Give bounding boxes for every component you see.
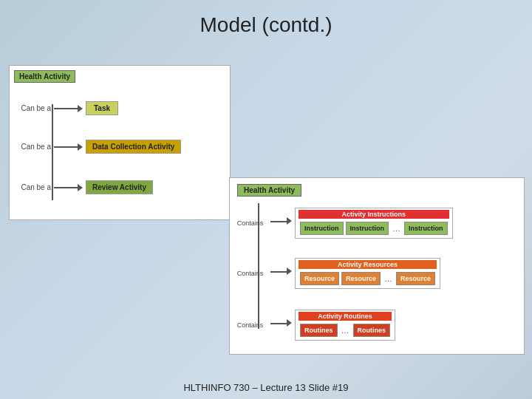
review-activity-box: Review Activity [86,180,153,194]
right-diagram: Health Activity Contains Activity Instru… [229,177,525,355]
arrow-resources [287,267,292,275]
slide-container: Model (contd.) Health Activity Can be a … [0,0,532,399]
ellipsis-1: … [391,224,402,233]
routines-items: Routines … Routines [299,322,392,338]
instruction-btn-2: Instruction [346,222,389,235]
row-instructions: Contains Activity Instructions Instructi… [230,208,453,239]
instruction-btn-3: Instruction [404,222,448,235]
resource-btn-3: Resource [396,272,435,285]
arrow-task [78,105,83,112]
health-activity-label-left: Health Activity [14,70,75,83]
contains-routines: Contains [230,321,270,329]
contains-resources: Contains [230,270,270,277]
data-collection-box: Data Collection Activity [86,140,181,154]
h-arrow-task [54,108,78,109]
resource-btn-1: Resource [300,272,339,285]
row-task: Can be a Task [16,101,118,115]
h-line-data-collection [54,146,78,148]
instructions-items: Instruction Instruction … Instruction [299,220,449,236]
arrow-instructions [287,217,292,225]
row-resources: Contains Activity Resources Resource Res… [230,258,440,289]
can-be-data-collection: Can be a [16,143,51,151]
can-be-task: Can be a [16,104,51,112]
h-line-review [54,187,78,188]
routines-btn-2: Routines [353,324,391,337]
ellipsis-3: … [340,326,351,335]
instruction-btn-1: Instruction [300,222,344,235]
instructions-section: Activity Instructions Instruction Instru… [295,208,453,239]
arrow-routines [287,319,292,327]
h-line-resources [270,271,287,273]
can-be-review: Can be a [16,183,51,191]
slide-title: Model (contd.) [0,0,532,44]
routines-section: Activity Routines Routines … Routines [295,310,395,341]
ellipsis-2: … [383,274,394,283]
instructions-title: Activity Instructions [299,210,449,219]
resources-title: Activity Resources [299,260,437,269]
resource-btn-2: Resource [341,272,381,285]
health-activity-label-right: Health Activity [237,184,301,197]
h-line-routines [270,323,287,324]
row-routines: Contains Activity Routines Routines … Ro… [230,310,395,341]
routines-btn-1: Routines [300,324,338,337]
resources-items: Resource Resource … Resource [299,270,437,287]
h-line-instructions [270,221,287,222]
contains-instructions: Contains [230,219,270,227]
resources-section: Activity Resources Resource Resource … R… [295,258,440,289]
routines-title: Activity Routines [299,312,392,321]
left-diagram: Health Activity Can be a Task Can be a D… [9,65,231,220]
task-box: Task [86,101,118,115]
footer: HLTHINFO 730 – Lecture 13 Slide #19 [0,382,532,393]
arrow-data-collection [78,143,83,151]
row-review: Can be a Review Activity [16,180,153,194]
row-data-collection: Can be a Data Collection Activity [16,140,181,154]
arrow-review [78,184,83,191]
